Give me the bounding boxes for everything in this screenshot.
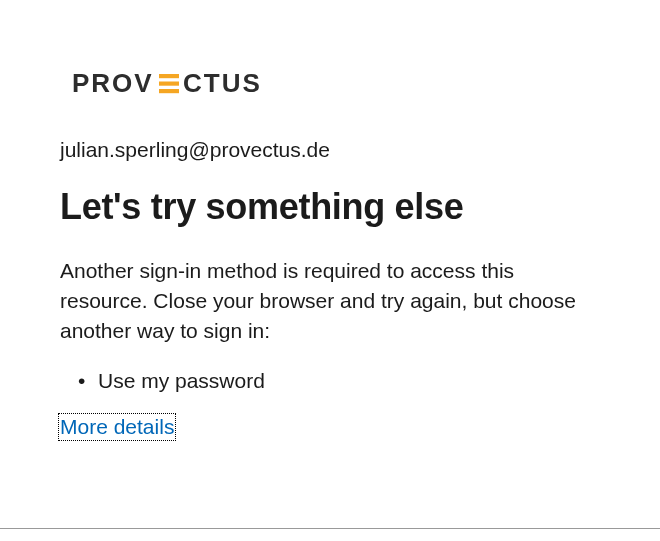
svg-rect-3 [159,89,179,93]
svg-text:PROV: PROV [72,70,154,98]
signin-option: Use my password [78,369,600,393]
footer-divider [0,528,660,529]
more-details-link[interactable]: More details [60,415,174,439]
svg-rect-2 [159,82,179,86]
svg-rect-1 [159,74,179,78]
signin-options-list: Use my password [78,369,600,393]
provectus-logo-svg: PROV CTUS [72,70,292,98]
page-title: Let's try something else [60,186,600,228]
signin-error-panel: PROV CTUS julian.sperling@provectus.de L… [0,0,660,439]
provectus-logo: PROV CTUS [72,70,600,98]
svg-text:CTUS: CTUS [183,70,262,98]
account-email: julian.sperling@provectus.de [60,138,600,162]
error-message: Another sign-in method is required to ac… [60,256,580,345]
